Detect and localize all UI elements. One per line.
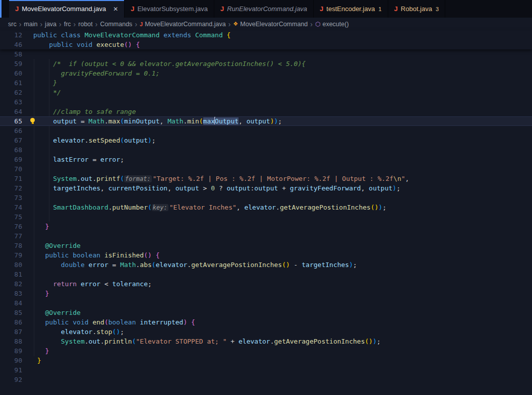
line-number[interactable]: 81: [0, 270, 22, 279]
line-number[interactable]: 46: [0, 40, 22, 49]
line-number[interactable]: 64: [0, 107, 22, 116]
code-line-67[interactable]: 67 elevator.setSpeed(output);: [0, 136, 532, 145]
code-line-74[interactable]: 74 SmartDashboard.putNumber(key:"Elevato…: [0, 203, 532, 212]
line-number[interactable]: 87: [0, 327, 22, 337]
line-number[interactable]: 83: [0, 289, 22, 298]
token: Math: [120, 261, 136, 269]
token: [187, 318, 191, 326]
code-line-63[interactable]: 63: [0, 97, 532, 107]
code-line-77[interactable]: 77: [0, 231, 532, 241]
breadcrumb-item-main[interactable]: main: [24, 21, 37, 28]
token: key:: [152, 204, 168, 211]
code-line-68[interactable]: 68: [0, 145, 532, 155]
breadcrumb-item-frc[interactable]: frc: [64, 21, 71, 28]
line-number[interactable]: 84: [0, 298, 22, 308]
line-number[interactable]: 70: [0, 164, 22, 174]
line-number[interactable]: 67: [0, 136, 22, 145]
line-number[interactable]: 75: [0, 212, 22, 222]
code-line-75[interactable]: 75: [0, 212, 532, 222]
code-line-87[interactable]: 87 elevator.stop();: [0, 327, 532, 337]
code-line-69[interactable]: 69 lastError = error;: [0, 155, 532, 164]
line-number[interactable]: 61: [0, 78, 22, 88]
breadcrumb-item-execute()[interactable]: ⬡execute(): [315, 21, 349, 28]
line-number[interactable]: 89: [0, 346, 22, 356]
code-line-76[interactable]: 76 }: [0, 222, 532, 231]
lightbulb-icon[interactable]: [30, 118, 35, 122]
line-number[interactable]: 59: [0, 59, 22, 69]
line-number[interactable]: 69: [0, 155, 22, 164]
code-line-83[interactable]: 83 }: [0, 289, 532, 298]
line-number[interactable]: 73: [0, 193, 22, 203]
code-line-79[interactable]: 79 public boolean isFinished() {: [0, 250, 532, 260]
code-line-91[interactable]: 91: [0, 365, 532, 375]
token: Math: [167, 117, 183, 125]
code-line-92[interactable]: 92: [0, 375, 532, 384]
breadcrumb-item-Commands[interactable]: Commands: [100, 21, 132, 28]
line-number[interactable]: 80: [0, 260, 22, 270]
code-line-70[interactable]: 70: [0, 164, 532, 174]
code-line-58[interactable]: 58: [0, 49, 532, 59]
line-number[interactable]: 82: [0, 279, 22, 289]
code-line-84[interactable]: 84: [0, 298, 532, 308]
line-number[interactable]: 58: [0, 49, 22, 59]
line-number[interactable]: 91: [0, 365, 22, 375]
code-line-82[interactable]: 82 return error < tolerance;: [0, 279, 532, 289]
code-line-61[interactable]: 61 }: [0, 78, 532, 88]
line-number[interactable]: 63: [0, 97, 22, 107]
breadcrumb-item-robot[interactable]: robot: [78, 21, 93, 28]
token: ": [401, 175, 405, 182]
line-number[interactable]: 88: [0, 337, 22, 346]
code-line-64[interactable]: 64 //clamp to safe range: [0, 107, 532, 116]
code-line-80[interactable]: 80 double error = Math.abs(elevator.getA…: [0, 260, 532, 270]
line-number[interactable]: 65: [0, 116, 22, 126]
token: }: [45, 223, 49, 230]
line-number[interactable]: 62: [0, 88, 22, 97]
line-number[interactable]: 90: [0, 356, 22, 365]
code-line-60[interactable]: 60 gravityFeedForward = 0.1;: [0, 69, 532, 78]
tab-testEncoder.java[interactable]: JtestEncoder.java1: [314, 0, 388, 18]
java-file-icon: J: [140, 21, 143, 27]
breadcrumb-item-java[interactable]: java: [45, 21, 56, 28]
code-line-59[interactable]: 59 /* if (output < 0 && elevator.getAver…: [0, 59, 532, 69]
code-line-73[interactable]: 73: [0, 193, 532, 203]
sticky-line-46[interactable]: 46 public void execute() {: [0, 40, 532, 49]
line-number[interactable]: 85: [0, 308, 22, 317]
line-number[interactable]: 66: [0, 126, 22, 136]
line-number[interactable]: 68: [0, 145, 22, 155]
code-line-88[interactable]: 88 System.out.println("Elevator STOPPED …: [0, 337, 532, 346]
close-icon[interactable]: ✕: [113, 6, 118, 13]
code-line-62[interactable]: 62 */: [0, 88, 532, 97]
code-line-81[interactable]: 81: [0, 270, 532, 279]
code-line-66[interactable]: 66: [0, 126, 532, 136]
line-number[interactable]: 77: [0, 231, 22, 241]
code-area[interactable]: 5859 /* if (output < 0 && elevator.getAv…: [0, 49, 532, 384]
code-line-86[interactable]: 86 public void end(boolean interrupted) …: [0, 317, 532, 327]
code-line-71[interactable]: 71 System.out.printf(format:"Target: %.2…: [0, 174, 532, 183]
line-number[interactable]: 74: [0, 203, 22, 212]
tab-MoveElevatorCommand.java[interactable]: JMoveElevatorCommand.java✕: [9, 0, 125, 18]
line-number[interactable]: 86: [0, 317, 22, 327]
tab-ElevatorSubsystem.java[interactable]: JElevatorSubsystem.java: [125, 0, 214, 18]
code-line-85[interactable]: 85 @Override: [0, 308, 532, 317]
code-text: double error = Math.abs(elevator.getAver…: [22, 260, 357, 270]
code-line-72[interactable]: 72 targetInches, currentPosition, output…: [0, 183, 532, 193]
code-line-65[interactable]: 65 output = Math.max(minOutput, Math.min…: [0, 116, 532, 126]
line-number[interactable]: 71: [0, 174, 22, 183]
line-number[interactable]: 76: [0, 222, 22, 231]
tab-RunElevatorCommand.java[interactable]: JRunElevatorCommand.java: [214, 0, 314, 18]
code-line-78[interactable]: 78 @Override: [0, 241, 532, 250]
code-line-90[interactable]: 90 }: [0, 356, 532, 365]
tab-Robot.java[interactable]: JRobot.java3: [388, 0, 446, 18]
token: */: [33, 89, 61, 96]
line-number[interactable]: 12: [0, 30, 22, 40]
line-number[interactable]: 72: [0, 183, 22, 193]
line-number[interactable]: 78: [0, 241, 22, 250]
line-number[interactable]: 60: [0, 69, 22, 78]
breadcrumb-item-MoveElevatorCommand[interactable]: ❖MoveElevatorCommand: [233, 21, 308, 28]
line-number[interactable]: 79: [0, 250, 22, 260]
breadcrumb-item-src[interactable]: src: [8, 21, 17, 28]
breadcrumb-item-MoveElevatorCommand.java[interactable]: JMoveElevatorCommand.java: [140, 21, 226, 28]
code-line-89[interactable]: 89 }: [0, 346, 532, 356]
sticky-line-12[interactable]: 12public class MoveElevatorCommand exten…: [0, 30, 532, 40]
line-number[interactable]: 92: [0, 375, 22, 384]
